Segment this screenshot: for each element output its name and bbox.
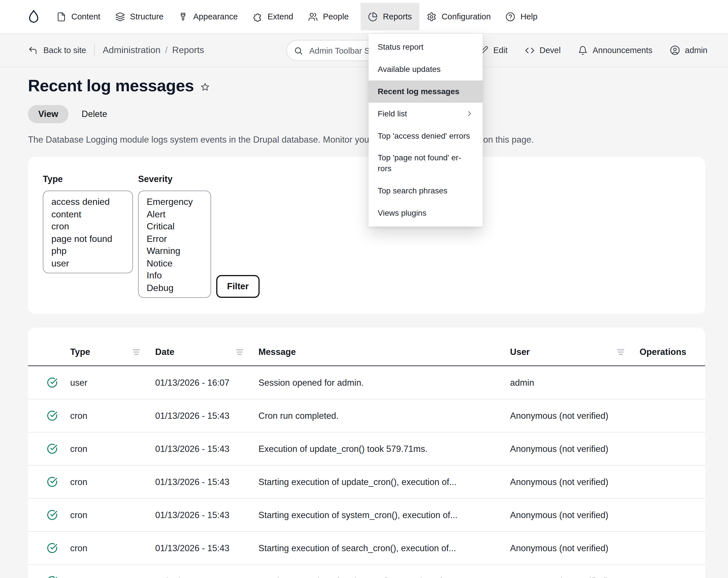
reports-dropdown-menu: Status report Available updates Recent l… xyxy=(369,34,483,227)
status-ok-icon xyxy=(47,509,70,520)
nav-item-help[interactable]: Help xyxy=(498,0,545,33)
log-date: 01/13/2026 - 15:43 xyxy=(155,411,258,421)
log-user: Anonymous (not verified) xyxy=(510,510,640,520)
nav-item-label: Help xyxy=(520,12,538,21)
users-icon xyxy=(308,12,318,21)
breadcrumb-separator: / xyxy=(165,45,168,55)
log-message[interactable]: Starting execution of search_cron(), exe… xyxy=(258,543,510,553)
column-header-message: Message xyxy=(258,347,510,357)
code-icon xyxy=(525,45,534,55)
severity-option[interactable]: Critical xyxy=(139,220,210,233)
severity-option[interactable]: Debug xyxy=(139,282,210,294)
drupal-logo-icon[interactable] xyxy=(26,9,41,24)
table-row: cron 01/13/2026 - 15:43 Starting executi… xyxy=(28,565,705,578)
log-user: Anonymous (not verified) xyxy=(510,477,640,487)
toolbar-actions: Edit Devel Announcements admin xyxy=(479,45,707,55)
page-description: The Database Logging module logs system … xyxy=(28,135,705,145)
type-option[interactable]: page not found xyxy=(43,233,132,245)
top-nav: Content Structure Appearance Extend Peop xyxy=(0,0,728,34)
menu-item-status-report[interactable]: Status report xyxy=(369,36,483,58)
nav-item-label: Content xyxy=(71,12,100,21)
type-option[interactable]: user xyxy=(43,257,132,269)
log-date: 01/13/2026 - 15:43 xyxy=(155,543,258,553)
back-to-site-label: Back to site xyxy=(43,46,86,55)
type-option[interactable]: php xyxy=(43,245,132,257)
severity-option[interactable]: Warning xyxy=(139,245,210,257)
nav-item-label: Appearance xyxy=(193,12,238,21)
severity-filter: Severity Emergency Alert Critical Error … xyxy=(138,174,211,298)
admin-toolbar: Back to site Administration / Reports Ed… xyxy=(0,34,728,67)
paintbrush-icon xyxy=(178,12,188,21)
menu-item-views-plugins[interactable]: Views plugins xyxy=(369,202,483,224)
toolbar-divider xyxy=(94,44,95,56)
breadcrumb-administration[interactable]: Administration xyxy=(103,45,161,55)
table-row: cron 01/13/2026 - 15:43 Cron run complet… xyxy=(28,399,705,432)
log-user[interactable]: admin xyxy=(510,377,640,388)
type-filter: Type access denied content cron page not… xyxy=(43,174,133,273)
menu-item-field-list[interactable]: Field list xyxy=(369,102,483,125)
back-to-site-link[interactable]: Back to site xyxy=(28,45,86,55)
menu-item-top-page-not-found[interactable]: Top 'page not found' er- rors xyxy=(369,147,483,180)
log-message[interactable]: Execution of update_cron() took 579.71ms… xyxy=(258,444,510,454)
log-message[interactable]: Cron run completed. xyxy=(258,411,510,421)
menu-item-top-search-phrases[interactable]: Top search phrases xyxy=(369,180,483,202)
log-message[interactable]: Session opened for admin. xyxy=(258,377,510,388)
nav-item-reports[interactable]: Reports xyxy=(361,3,419,30)
log-message[interactable]: Starting execution of node_cron(), execu… xyxy=(258,576,510,578)
nav-item-structure[interactable]: Structure xyxy=(108,0,171,33)
user-circle-icon xyxy=(670,45,680,55)
devel-label: Devel xyxy=(540,46,561,55)
nav-item-label: Extend xyxy=(267,12,293,21)
nav-item-extend[interactable]: Extend xyxy=(245,0,301,33)
edit-label: Edit xyxy=(493,46,508,55)
sort-icon xyxy=(236,349,243,356)
puzzle-icon xyxy=(253,12,262,21)
nav-item-people[interactable]: People xyxy=(301,0,356,33)
nav-item-label: Reports xyxy=(383,12,412,21)
gear-icon xyxy=(427,12,437,21)
tab-view[interactable]: View xyxy=(28,105,69,123)
main-content: Recent log messages View Delete The Data… xyxy=(0,76,728,578)
severity-filter-listbox[interactable]: Emergency Alert Critical Error Warning N… xyxy=(138,190,211,298)
breadcrumb-reports[interactable]: Reports xyxy=(172,45,204,55)
filter-submit-button[interactable]: Filter xyxy=(216,275,260,298)
status-ok-icon xyxy=(47,476,70,487)
pie-chart-icon xyxy=(368,12,378,21)
severity-option[interactable]: Emergency xyxy=(139,196,210,208)
column-header-type[interactable]: Type xyxy=(70,347,155,357)
devel-button[interactable]: Devel xyxy=(525,45,561,55)
nav-item-appearance[interactable]: Appearance xyxy=(171,0,245,33)
menu-item-recent-log-messages[interactable]: Recent log messages xyxy=(369,80,483,103)
nav-item-content[interactable]: Content xyxy=(49,0,108,33)
log-message[interactable]: Starting execution of update_cron(), exe… xyxy=(258,477,510,487)
type-filter-listbox[interactable]: access denied content cron page not foun… xyxy=(43,190,133,273)
admin-account-button[interactable]: admin xyxy=(670,45,707,55)
severity-option[interactable]: Notice xyxy=(139,257,210,269)
severity-option[interactable]: Alert xyxy=(139,208,210,220)
type-option[interactable]: content xyxy=(43,208,132,220)
announcements-button[interactable]: Announcements xyxy=(578,45,652,55)
menu-item-top-access-denied[interactable]: Top 'access denied' errors xyxy=(369,125,483,147)
type-option[interactable]: access denied xyxy=(43,196,132,208)
log-table-header: Type Date Message User xyxy=(28,339,705,366)
admin-account-label: admin xyxy=(685,46,707,55)
type-filter-label: Type xyxy=(43,174,133,184)
table-row: user 01/13/2026 - 16:07 Session opened f… xyxy=(28,366,705,399)
log-message[interactable]: Starting execution of system_cron(), exe… xyxy=(258,510,510,520)
severity-option[interactable]: Info xyxy=(139,269,210,282)
star-icon[interactable] xyxy=(200,82,210,91)
tab-delete[interactable]: Delete xyxy=(82,109,107,119)
column-header-user[interactable]: User xyxy=(510,347,640,357)
type-option[interactable]: cron xyxy=(43,220,132,233)
nav-item-configuration[interactable]: Configuration xyxy=(419,0,498,33)
column-header-date[interactable]: Date xyxy=(155,347,258,357)
menu-item-available-updates[interactable]: Available updates xyxy=(369,58,483,80)
log-user: Anonymous (not verified) xyxy=(510,576,640,578)
edit-button[interactable]: Edit xyxy=(479,46,508,55)
column-header-operations: Operations xyxy=(640,347,705,357)
log-date: 01/13/2026 - 15:43 xyxy=(155,576,258,578)
search-icon xyxy=(294,46,303,55)
severity-option[interactable]: Error xyxy=(139,233,210,245)
chevron-right-icon xyxy=(466,109,473,117)
log-type: cron xyxy=(70,411,155,421)
